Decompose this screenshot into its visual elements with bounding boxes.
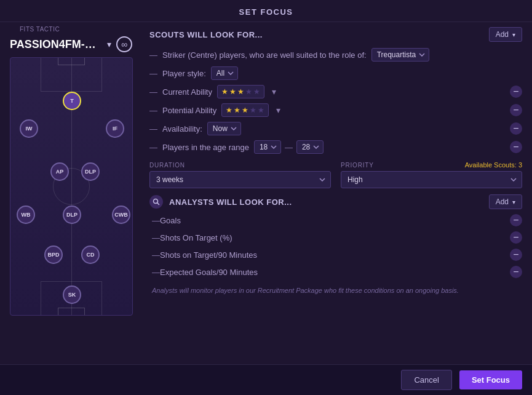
potential-ability-stars-star-3[interactable]: ★: [242, 106, 248, 114]
available-scouts-count: 3: [518, 161, 522, 169]
scouts-add-button[interactable]: Add ▾: [489, 27, 522, 42]
tactic-dropdown-button[interactable]: ▾: [107, 39, 111, 49]
filter-dash-1: —: [149, 50, 157, 60]
filter-dash-5: —: [149, 124, 157, 134]
set-focus-button[interactable]: Set Focus: [459, 370, 522, 389]
potential-ability-stars-star-1[interactable]: ★: [226, 106, 232, 114]
current-ability-label: Current Ability: [162, 87, 212, 97]
availability-row: — Availability: Now −: [149, 122, 522, 135]
duration-label: DURATION: [149, 162, 331, 169]
player-node-cd: CD: [81, 245, 100, 264]
analysts-section: ANALYSTS WILL LOOK FOR... Add ▾ — Goals …: [149, 194, 522, 294]
infinity-icon: ∞: [116, 36, 132, 52]
current-ability-stars-star-5[interactable]: ★: [253, 87, 260, 96]
analyst-item-text-1: Shots On Target (%): [160, 233, 510, 242]
duration-group: DURATION 3 weeks 1 week 2 weeks 1 month: [149, 162, 331, 188]
age-range-label: Players in the age range: [162, 143, 249, 152]
analyst-item: — Expected Goals/90 Minutes −: [149, 266, 522, 278]
cancel-button[interactable]: Cancel: [401, 370, 451, 390]
svg-line-1: [157, 203, 159, 205]
analysts-add-button[interactable]: Add ▾: [489, 194, 522, 209]
scouts-add-label: Add: [496, 30, 509, 39]
age-max-select[interactable]: 28: [296, 140, 324, 154]
duration-select[interactable]: 3 weeks 1 week 2 weeks 1 month: [149, 171, 331, 188]
analyst-item-remove-1[interactable]: −: [510, 231, 522, 244]
formation-panel: FITS TACTIC PASSION4FM-FM20-... ▾ ∞ TIFI…: [10, 22, 142, 354]
analyst-dash-0: —: [152, 216, 160, 225]
analyst-item: — Shots on Target/90 Minutes −: [149, 249, 522, 261]
analysts-add-label: Add: [496, 198, 509, 206]
tactic-name: PASSION4FM-FM20-...: [10, 38, 102, 51]
analyst-item-text-2: Shots on Target/90 Minutes: [160, 250, 510, 260]
analyst-item-remove-0[interactable]: −: [510, 214, 522, 226]
analyst-dash-1: —: [152, 233, 160, 242]
modal-title: SET FOCUS: [0, 0, 532, 22]
analysts-footer-note: Analysts will monitor players in our Rec…: [149, 287, 522, 294]
priority-group: PRIORITY Available Scouts: 3 High Medium…: [341, 161, 522, 188]
analysts-title: ANALYSTS WILL LOOK FOR...: [169, 198, 483, 207]
player-node-iw: IW: [20, 119, 38, 138]
striker-label: Striker (Centre) players, who are well s…: [162, 50, 367, 60]
player-style-select[interactable]: All: [211, 66, 238, 80]
current-ability-dropdown[interactable]: ▾: [272, 87, 276, 97]
potential-ability-stars-star-2[interactable]: ★: [234, 106, 240, 114]
current-ability-row: — Current Ability ★★★★★ ▾ −: [149, 85, 522, 98]
analyst-item-text-3: Expected Goals/90 Minutes: [160, 268, 510, 277]
current-ability-stars-star-1[interactable]: ★: [221, 87, 228, 96]
potential-ability-row: — Potential Ability ★★★★★ ▾ −: [149, 103, 522, 117]
player-node-bpd: BPD: [44, 245, 63, 264]
player-style-row: — Player style: All: [149, 66, 522, 80]
striker-row: — Striker (Centre) players, who are well…: [149, 48, 522, 62]
player-node-cwb: CWB: [112, 205, 130, 224]
analysts-header: ANALYSTS WILL LOOK FOR... Add ▾: [149, 194, 522, 209]
analyst-dash-3: —: [152, 268, 160, 277]
analyst-dash-2: —: [152, 250, 160, 260]
potential-ability-stars-star-4[interactable]: ★: [250, 106, 256, 114]
potential-ability-dropdown[interactable]: ▾: [276, 105, 280, 115]
filter-dash-6: —: [149, 143, 157, 152]
player-node-dlp: DLP: [81, 162, 100, 181]
availability-remove[interactable]: −: [510, 122, 522, 135]
current-ability-stars-star-3[interactable]: ★: [237, 87, 244, 96]
potential-ability-remove[interactable]: −: [510, 104, 522, 116]
current-ability-stars-star-2[interactable]: ★: [229, 87, 236, 96]
scouts-panel: SCOUTS WILL LOOK FOR... Add ▾ — Striker …: [149, 22, 522, 354]
current-ability-stars-star-4[interactable]: ★: [245, 87, 252, 96]
age-range-controls: 18 — 28: [254, 140, 324, 154]
player-style-label: Player style:: [162, 69, 206, 78]
player-node-ap: AP: [50, 162, 69, 181]
current-ability-remove[interactable]: −: [510, 86, 522, 98]
potential-ability-stars[interactable]: ★★★★★: [221, 103, 269, 117]
player-node-if: IF: [106, 119, 124, 138]
filter-dash-4: —: [149, 106, 157, 115]
scouts-title: SCOUTS WILL LOOK FOR...: [149, 30, 263, 39]
filter-dash-3: —: [149, 87, 157, 97]
scouts-header: SCOUTS WILL LOOK FOR... Add ▾: [149, 27, 522, 42]
age-min-select[interactable]: 18: [254, 140, 281, 154]
search-icon: [149, 195, 163, 209]
fits-tactic-label: FITS TACTIC: [10, 22, 142, 34]
potential-ability-label: Potential Ability: [162, 106, 216, 115]
analysts-add-arrow: ▾: [512, 199, 515, 205]
availability-select[interactable]: Now: [207, 122, 241, 135]
player-node-dlp: DLP: [63, 205, 81, 224]
current-ability-stars[interactable]: ★★★★★: [217, 85, 264, 98]
age-dash: —: [285, 143, 293, 152]
age-range-remove[interactable]: −: [510, 141, 522, 153]
player-node-wb: WB: [17, 205, 35, 224]
bottom-bar: Cancel Set Focus: [0, 364, 532, 395]
analyst-item: — Shots On Target (%) −: [149, 231, 522, 244]
potential-ability-stars-star-5[interactable]: ★: [258, 106, 264, 114]
goal-top: [58, 58, 85, 65]
goal-bottom: [58, 308, 85, 315]
scouts-add-arrow: ▾: [512, 31, 515, 38]
player-node-sk: SK: [63, 285, 81, 304]
availability-label: Availability:: [162, 124, 202, 134]
analyst-item-remove-3[interactable]: −: [510, 266, 522, 278]
priority-select[interactable]: High Medium Low: [341, 171, 522, 188]
analyst-items: — Goals − — Shots On Target (%) − — Shot…: [149, 214, 522, 278]
priority-label: PRIORITY: [341, 162, 374, 169]
player-node-t: T: [63, 92, 81, 110]
striker-role-select[interactable]: Trequartista: [371, 48, 429, 62]
analyst-item-remove-2[interactable]: −: [510, 249, 522, 261]
